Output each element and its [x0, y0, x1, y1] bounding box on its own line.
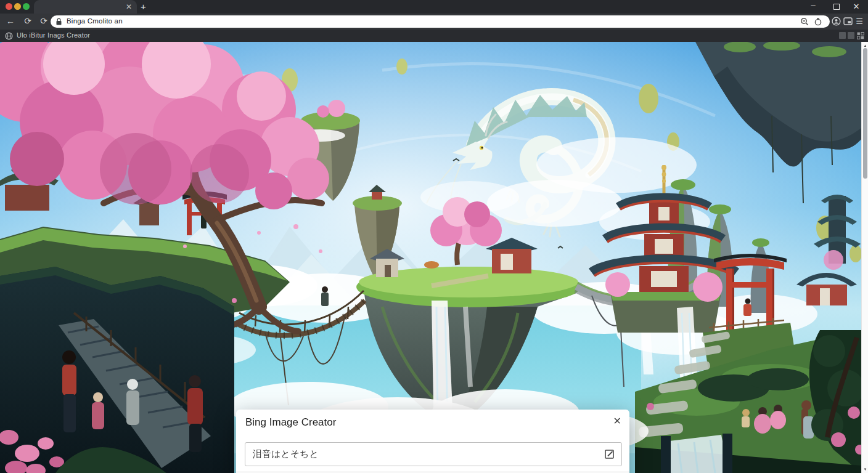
zoom-out-icon[interactable]: [800, 17, 809, 26]
bridge-walker: [322, 286, 328, 293]
new-tab-button[interactable]: +: [141, 1, 146, 13]
prompt-field-wrap: [245, 442, 622, 466]
edit-icon[interactable]: [604, 449, 615, 460]
back-button[interactable]: ←: [4, 14, 17, 30]
reload-button-secondary[interactable]: ⟳: [37, 14, 51, 30]
titlebar: ✕ + – ✕: [0, 0, 868, 14]
browser-tab[interactable]: ✕: [34, 0, 137, 14]
globe-icon: [5, 32, 13, 40]
url-text: Binga Cmolito an: [67, 17, 123, 25]
bookmark-square-icon-1[interactable]: [839, 32, 846, 39]
image-creator-dialog: Bing Image Creator ✕ 文の題値: [236, 410, 629, 473]
prompt-input[interactable]: [245, 443, 621, 466]
page-content: DALL-E 3 Bing Image Creator ✕ 文の題値: [0, 42, 861, 473]
scroll-up-icon[interactable]: ▲: [862, 44, 868, 47]
bookmark-square-icon-2[interactable]: [848, 32, 854, 39]
lock-icon: [56, 18, 62, 25]
page-scrollbar[interactable]: ▲ ▼: [861, 42, 868, 473]
scroll-down-icon[interactable]: ▼: [862, 467, 868, 471]
stopwatch-icon[interactable]: [814, 17, 822, 26]
traffic-zoom-button[interactable]: [23, 3, 30, 10]
address-bar[interactable]: Binga Cmolito an: [51, 15, 830, 28]
browser-toolbar: ← ⟳ ⟳ Binga Cmolito an: [0, 14, 868, 30]
tab-close-icon[interactable]: ✕: [126, 2, 132, 12]
window-close-button[interactable]: ✕: [847, 0, 866, 14]
menu-icon[interactable]: ☰: [856, 14, 863, 29]
pip-icon[interactable]: [843, 17, 853, 26]
traffic-minimize-button[interactable]: [14, 3, 21, 10]
dialog-title: Bing Image Creator: [245, 416, 336, 429]
left-foreground: [0, 267, 234, 473]
profile-icon[interactable]: [832, 17, 841, 26]
window-minimize-button[interactable]: –: [804, 0, 822, 14]
bookmarks-bar: Ulo iBitur Inags Creator: [0, 30, 868, 42]
browser-window: ✕ + – ✕ ← ⟳ ⟳ Binga Cmolito an: [0, 0, 868, 473]
scene-illustration: [0, 42, 861, 473]
dialog-close-icon[interactable]: ✕: [613, 415, 621, 427]
window-maximize-button[interactable]: [833, 4, 840, 10]
traffic-close-button[interactable]: [6, 3, 12, 10]
scrollbar-thumb[interactable]: [863, 48, 867, 179]
reload-button[interactable]: ⟳: [21, 14, 35, 30]
bookmark-item-image-creator[interactable]: Ulo iBitur Inags Creator: [17, 31, 90, 39]
grid-icon[interactable]: [857, 32, 864, 39]
